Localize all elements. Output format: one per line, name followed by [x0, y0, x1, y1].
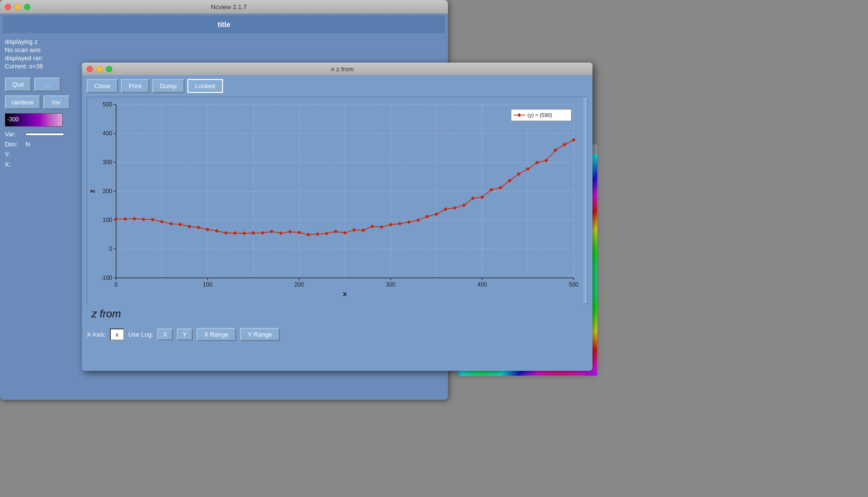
dialog-titlebar: ✕ z from: [82, 63, 592, 75]
color-bar: -300: [5, 113, 63, 127]
dialog-maximize-button[interactable]: [106, 66, 112, 72]
quit-button[interactable]: Quit: [5, 78, 31, 92]
info-scan-axis: No scan axis: [5, 46, 443, 53]
x-axis-button[interactable]: x: [110, 328, 125, 340]
main-window-title: Ncview 2.1.7: [34, 3, 424, 11]
dialog-button-row: Close Print Dump Locked: [82, 75, 592, 97]
rainbow-button[interactable]: rainbow: [5, 95, 40, 109]
dialog-close-button[interactable]: [87, 66, 93, 72]
main-titlebar: Ncview 2.1.7: [0, 0, 448, 13]
log-x-button[interactable]: X: [157, 328, 173, 340]
x-range-button[interactable]: X Range: [197, 328, 237, 341]
x-label: X:: [5, 161, 22, 168]
x-axis-label: X Axis:: [87, 331, 106, 338]
color-bar-label: -300: [7, 116, 19, 123]
chart-area: [87, 97, 588, 304]
dump-button[interactable]: Dump: [152, 79, 184, 93]
dialog-window: ✕ z from Close Print Dump Locked z from …: [82, 63, 592, 371]
y-range-button[interactable]: Y Range: [240, 328, 279, 341]
dim-label: Dim:: [5, 141, 22, 148]
info-range: displayed ran: [5, 54, 443, 62]
dialog-minimize-button[interactable]: [96, 66, 103, 72]
chart-subtitle: z from: [82, 304, 592, 324]
y-label: Y:: [5, 151, 22, 158]
main-title-display: title: [3, 15, 445, 33]
locked-button[interactable]: Locked: [187, 79, 223, 93]
dim-value: N: [26, 141, 30, 148]
use-log-label: Use Log:: [128, 331, 153, 338]
maximize-button[interactable]: [24, 4, 30, 10]
other-button[interactable]: ...: [34, 78, 61, 92]
axis-controls-row: X Axis: x Use Log: X Y X Range Y Range: [82, 324, 592, 345]
minimize-button[interactable]: [14, 4, 21, 10]
dialog-title: ✕ z from: [116, 65, 568, 73]
close-dialog-button[interactable]: Close: [87, 79, 118, 93]
log-y-button[interactable]: Y: [177, 328, 193, 340]
var-input[interactable]: [26, 133, 64, 136]
var-label: Var:: [5, 131, 22, 138]
chart-canvas: [87, 97, 583, 304]
info-displaying: displaying z: [5, 38, 443, 45]
inv-button[interactable]: Inv: [43, 95, 70, 109]
print-button[interactable]: Print: [121, 79, 149, 93]
close-button[interactable]: [5, 4, 11, 10]
